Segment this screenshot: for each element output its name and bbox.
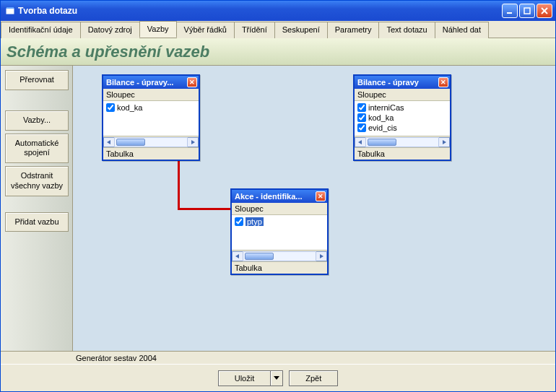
bonds-button[interactable]: Vazby...: [5, 110, 69, 131]
table-titlebar[interactable]: Akce - identifika... ✕: [232, 190, 327, 203]
svg-marker-9: [443, 140, 446, 144]
column-row[interactable]: kod_ka: [105, 103, 197, 113]
app-window: Tvorba dotazu Identifikační údaje Datový…: [0, 0, 556, 392]
table-close-icon[interactable]: ✕: [187, 77, 197, 87]
tab-rows[interactable]: Výběr řádků: [176, 22, 235, 38]
scroll-right-icon[interactable]: [316, 251, 327, 261]
table-footer: Tabulka: [355, 147, 450, 160]
table-footer: Tabulka: [232, 261, 327, 274]
table-window-bilance-upravy-1[interactable]: Bilance - úpravy... ✕ Sloupec kod_ka Tab…: [102, 74, 200, 161]
save-dropdown-button[interactable]: [270, 370, 283, 386]
table-title: Bilance - úpravy: [357, 78, 438, 87]
column-checkbox[interactable]: [357, 103, 366, 112]
columns-header: Sloupec: [232, 203, 327, 215]
addbond-button[interactable]: Přidat vazbu: [5, 212, 69, 232]
column-name: ptyp: [246, 217, 264, 226]
column-row[interactable]: ptyp: [233, 217, 326, 227]
table-window-akce-identifika[interactable]: Akce - identifika... ✕ Sloupec ptyp Tabu…: [230, 188, 329, 275]
column-name: evid_cis: [368, 123, 397, 132]
scroll-left-icon[interactable]: [355, 137, 366, 147]
tab-querytext[interactable]: Text dotazu: [378, 22, 435, 38]
minimize-button[interactable]: [502, 4, 518, 18]
schema-canvas[interactable]: Bilance - úpravy... ✕ Sloupec kod_ka Tab…: [73, 66, 555, 351]
columns-list: ptyp: [232, 215, 327, 250]
chevron-down-icon: [274, 376, 279, 380]
scroll-right-icon[interactable]: [187, 137, 199, 147]
column-checkbox[interactable]: [106, 103, 115, 112]
status-bar: Generátor sestav 2004: [1, 351, 555, 364]
columns-header: Sloupec: [355, 89, 450, 101]
table-close-icon[interactable]: ✕: [438, 77, 448, 87]
tab-sort[interactable]: Třídění: [234, 22, 275, 38]
column-name: kod_ka: [368, 113, 394, 122]
autojoin-button[interactable]: Automatické spojení: [5, 134, 69, 164]
table-title: Bilance - úpravy...: [106, 78, 187, 87]
window-title: Tvorba dotazu: [18, 6, 77, 16]
column-name: interniCas: [368, 103, 404, 112]
svg-rect-1: [6, 7, 14, 9]
scroll-thumb[interactable]: [116, 139, 145, 146]
svg-marker-6: [107, 140, 110, 144]
scroll-track[interactable]: [365, 137, 439, 147]
page-header: Schéma a upřesnění vazeb: [1, 38, 555, 66]
main-area: Přerovnat Vazby... Automatické spojení O…: [1, 66, 555, 351]
scroll-thumb[interactable]: [245, 253, 274, 260]
table-title: Akce - identifika...: [235, 192, 316, 201]
table-titlebar[interactable]: Bilance - úpravy ✕: [355, 76, 450, 89]
hscrollbar[interactable]: [355, 136, 450, 147]
svg-marker-12: [274, 376, 279, 380]
scroll-thumb[interactable]: [368, 139, 396, 146]
tabstrip: Identifikační údaje Datový zdroj Vazby V…: [1, 21, 555, 38]
column-row[interactable]: interniCas: [356, 103, 448, 113]
column-name: kod_ka: [117, 103, 142, 112]
button-bar: Uložit Zpět: [1, 364, 555, 391]
close-button[interactable]: [537, 4, 552, 18]
svg-marker-10: [235, 254, 239, 258]
svg-marker-11: [320, 254, 323, 258]
titlebar[interactable]: Tvorba dotazu: [1, 1, 555, 21]
rearrange-button[interactable]: Přerovnat: [5, 70, 69, 90]
columns-list: kod_ka: [103, 101, 199, 136]
page-title: Schéma a upřesnění vazeb: [6, 43, 209, 61]
columns-header: Sloupec: [103, 89, 199, 101]
columns-list: interniCas kod_ka evid_cis: [355, 101, 450, 136]
tab-vazby[interactable]: Vazby: [139, 21, 177, 38]
tab-params[interactable]: Parametry: [327, 22, 380, 38]
table-titlebar[interactable]: Bilance - úpravy... ✕: [103, 76, 199, 89]
relation-line: [178, 158, 180, 210]
column-row[interactable]: evid_cis: [356, 123, 448, 133]
scroll-left-icon[interactable]: [232, 251, 243, 261]
svg-rect-3: [524, 8, 530, 14]
maximize-button[interactable]: [519, 4, 535, 18]
scroll-track[interactable]: [243, 251, 316, 261]
hscrollbar[interactable]: [232, 250, 327, 261]
relation-line: [178, 208, 235, 210]
status-text: Generátor sestav 2004: [76, 354, 157, 362]
scroll-track[interactable]: [114, 137, 188, 147]
hscrollbar[interactable]: [103, 136, 199, 147]
scroll-right-icon[interactable]: [438, 137, 450, 147]
scroll-left-icon[interactable]: [103, 137, 115, 147]
svg-marker-8: [358, 140, 362, 144]
column-checkbox[interactable]: [357, 123, 366, 132]
side-panel: Přerovnat Vazby... Automatické spojení O…: [1, 66, 73, 351]
tab-preview[interactable]: Náhled dat: [435, 22, 489, 38]
save-button[interactable]: Uložit: [218, 370, 271, 386]
tab-ident[interactable]: Identifikační údaje: [1, 22, 81, 38]
table-footer: Tabulka: [103, 147, 199, 160]
tab-datasource[interactable]: Datový zdroj: [80, 22, 140, 38]
app-icon: [5, 6, 15, 16]
back-button[interactable]: Zpět: [289, 370, 338, 386]
column-checkbox[interactable]: [235, 217, 243, 226]
svg-rect-0: [6, 9, 14, 14]
table-close-icon[interactable]: ✕: [316, 191, 326, 201]
column-row[interactable]: kod_ka: [356, 113, 448, 123]
removeall-button[interactable]: Odstranit všechny vazby: [5, 166, 69, 196]
tab-group[interactable]: Seskupení: [274, 22, 328, 38]
svg-marker-7: [191, 140, 195, 144]
column-checkbox[interactable]: [357, 113, 366, 122]
table-window-bilance-upravy-2[interactable]: Bilance - úpravy ✕ Sloupec interniCas ko…: [353, 74, 451, 161]
